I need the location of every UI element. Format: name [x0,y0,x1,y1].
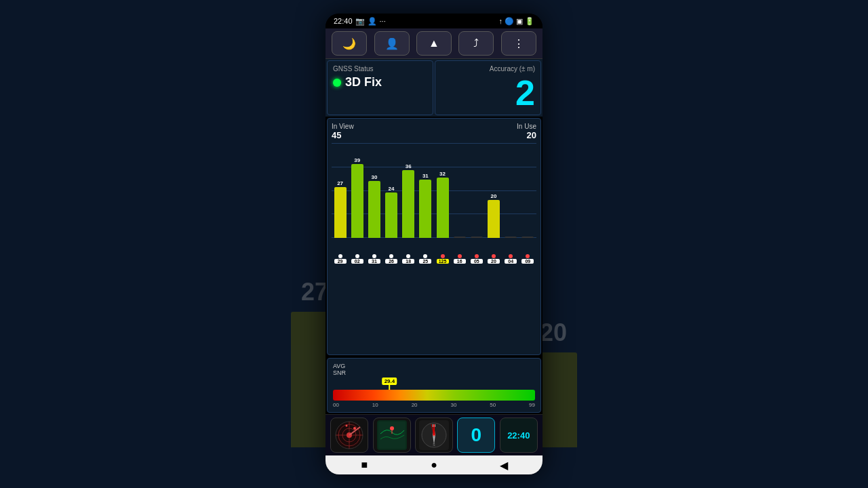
share-button[interactable]: ⤴ [458,31,494,56]
snr-scale-10: 10 [372,402,378,408]
snr-bar-track [333,390,535,401]
sys-home-button[interactable]: ● [427,458,441,472]
radar-nav-button[interactable] [330,418,368,453]
bar-31: 30 [368,174,380,238]
sys-square-button[interactable]: ■ [357,458,371,472]
gnss-dot [333,79,341,87]
snr-bar-wrapper: 29.4 00 10 20 30 [333,390,535,408]
bar-25: 31 [419,173,431,238]
in-view-label: In View [332,123,354,130]
compass-icon: N S [419,420,449,450]
person-icon: 👤 [368,17,377,26]
bottom-nav: N S 0 22:40 [326,414,542,455]
snr-header: AVG SNR [333,363,535,376]
snr-panel: AVG SNR 29.4 00 [327,358,541,413]
sat-id-20: 20 [488,254,500,264]
snr-scale-99: 99 [529,402,535,408]
sat-id-29: 29 [334,254,347,264]
sat-chart-header: In View 45 In Use 20 [332,123,536,140]
status-left: 22:40 📷 👤 ··· [334,17,386,26]
counter-value: 0 [471,424,482,446]
sys-back-button[interactable]: ◀ [497,458,511,472]
svg-point-7 [346,425,348,427]
system-nav: ■ ● ◀ [326,455,542,474]
snr-yellow [400,390,427,401]
gnss-status: 3D Fix [345,75,382,89]
navigate-button[interactable]: ▲ [416,31,452,56]
bar-02: 39 [351,157,363,238]
time-nav-button[interactable]: 22:40 [500,418,538,453]
moon-button[interactable]: 🌙 [332,31,367,56]
snr-orange [374,390,401,401]
more-button[interactable]: ⋮ [501,31,536,56]
snr-scale-20: 20 [412,402,418,408]
person-button[interactable]: 👤 [374,31,410,56]
info-panels-row: GNSS Status 3D Fix Accuracy (± m) 2 [326,59,542,117]
bar-29: 27 [334,180,347,238]
sat-id-02: 02 [351,254,363,264]
counter-nav-button[interactable]: 0 [457,418,495,453]
snr-scale-00: 00 [333,402,339,408]
sat-id-26: 26 [385,254,397,264]
main-content: GNSS Status 3D Fix Accuracy (± m) 2 In V… [326,59,542,474]
accuracy-panel: Accuracy (± m) 2 [435,60,541,115]
sat-id-05: 05 [471,254,483,264]
satellite-ids: 29 02 31 26 18 [332,254,536,264]
snr-scale: 00 10 20 30 50 99 [333,402,535,408]
gnss-panel: GNSS Status 3D Fix [327,60,433,115]
accuracy-label: Accuracy (± m) [490,65,535,73]
sat-id-31: 31 [368,254,380,264]
snr-scale-30: 30 [450,402,456,408]
map-nav-button[interactable] [373,418,411,453]
in-view-count: 45 [332,130,354,140]
bar-04 [505,236,517,238]
bar-16 [454,236,466,238]
in-use-label: In Use [517,123,536,130]
in-use-section: In Use 20 [517,123,536,140]
bar-05 [471,236,483,238]
sat-id-16: 16 [454,254,466,264]
sat-id-125: 125 [437,254,449,264]
bar-20: 20 [488,193,500,238]
wifi-icon: ↑ [499,17,503,25]
bt-icon: 🔵 [505,17,514,26]
sat-id-04: 04 [505,254,517,264]
bar-26: 24 [385,186,397,238]
accuracy-value: 2 [515,75,535,110]
more-icon: ··· [380,17,386,25]
phone-frame: 22:40 📷 👤 ··· ↑ 🔵 ▣ 🔋 🌙 👤 ▲ ⤴ ⋮ GNSS Sta… [326,14,542,474]
status-bar: 22:40 📷 👤 ··· ↑ 🔵 ▣ 🔋 [326,14,542,28]
in-use-count: 20 [517,130,536,140]
signal-icon: ▣ [516,17,523,26]
square-icon: ■ [361,459,368,471]
bar-18: 36 [402,163,414,238]
snr-bar-container [333,390,535,401]
radar-icon [334,420,364,450]
snr-marker-label: 29.4 [382,378,397,385]
compass-nav-button[interactable]: N S [415,418,453,453]
in-view-section: In View 45 [332,123,354,140]
sat-id-18: 18 [402,254,414,264]
snr-red [333,390,374,401]
snr-label: AVG [333,363,345,369]
toolbar: 🌙 👤 ▲ ⤴ ⋮ [326,28,542,59]
gnss-label: GNSS Status [333,65,427,73]
sat-id-25: 25 [419,254,431,264]
battery-icon: 🔋 [525,17,534,26]
bars-container: 27 39 30 24 [332,143,536,238]
back-icon: ◀ [500,459,508,472]
status-right: ↑ 🔵 ▣ 🔋 [499,17,535,26]
bar-09 [521,236,534,238]
bar-125: 32 [437,171,449,238]
satellite-chart: In View 45 In Use 20 [327,118,541,355]
snr-scale-50: 50 [490,402,496,408]
nav-time: 22:40 [507,430,530,441]
snr-sublabel: SNR [333,369,346,376]
camera-icon: 📷 [355,17,365,26]
map-icon [377,420,407,450]
svg-rect-9 [378,422,406,449]
snr-green [454,390,535,401]
snr-yellow2 [427,390,454,401]
svg-point-6 [353,427,356,430]
circle-icon: ● [431,459,437,471]
